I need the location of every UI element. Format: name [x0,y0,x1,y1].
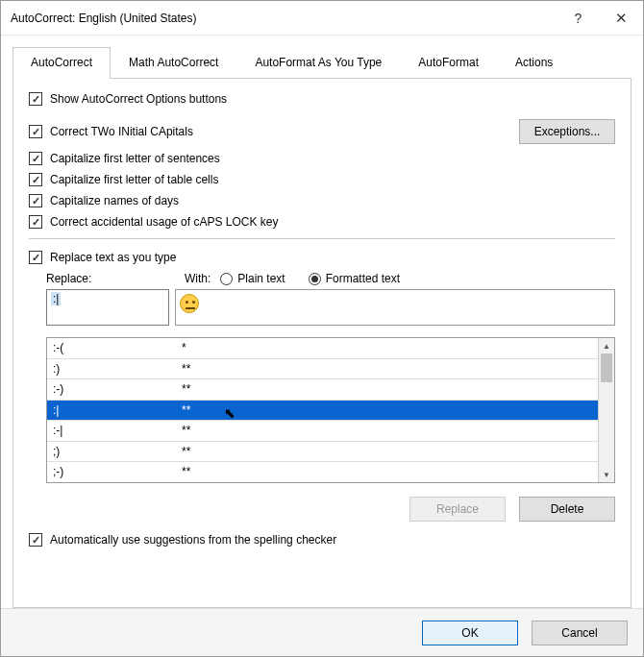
replace-input-value: :| [51,292,61,305]
scroll-down-icon[interactable]: ▼ [599,467,614,482]
checkbox-capitalize-cells[interactable]: Capitalize first letter of table cells [29,173,218,186]
ok-button[interactable]: OK [422,620,518,645]
tab-actions[interactable]: Actions [497,47,571,78]
checkbox-replace-as-you-type[interactable]: Replace text as you type [29,251,176,264]
list-item-with: ** [176,465,598,478]
with-label: With: [185,272,211,285]
button-label: Cancel [561,626,597,640]
checkbox-auto-suggestions[interactable]: Automatically use suggestions from the s… [29,533,336,547]
checkbox-label: Correct TWo INitial CApitals [50,125,193,138]
checkbox-label: Replace text as you type [50,251,176,264]
replace-label: Replace: [46,272,175,285]
radio-icon [220,273,233,285]
dialog-body: AutoCorrect Math AutoCorrect AutoFormat … [1,36,643,608]
with-input[interactable] [175,289,615,326]
checkbox-label: Automatically use suggestions from the s… [50,533,336,547]
radio-icon [309,273,321,285]
replace-button[interactable]: Replace [409,497,506,522]
checkbox-two-initial-capitals[interactable]: Correct TWo INitial CApitals [29,125,193,138]
list-item-replace: :-) [47,382,176,396]
tab-autocorrect[interactable]: AutoCorrect [12,47,111,79]
scroll-thumb[interactable] [601,353,612,382]
list-item-with: ** [176,424,598,437]
dialog-footer: OK Cancel [1,608,643,656]
scrollbar[interactable]: ▲ ▼ [598,338,614,482]
delete-button[interactable]: Delete [519,497,615,522]
list-item-replace: :) [47,362,176,376]
list-item-with: ** [176,445,598,458]
checkbox-label: Correct accidental usage of cAPS LOCK ke… [50,215,278,229]
tab-autoformat-as-you-type[interactable]: AutoFormat As You Type [236,47,400,78]
list-item-replace: ;) [47,445,176,458]
button-label: Exceptions... [534,125,601,138]
list-item[interactable]: :-|** [47,421,598,442]
list-item-replace: ;-) [47,465,176,478]
check-icon [29,125,42,138]
help-button[interactable]: ? [557,1,600,36]
exceptions-button[interactable]: Exceptions... [519,119,615,144]
checkbox-label: Capitalize first letter of sentences [50,152,220,165]
replacements-list[interactable]: :-(*:)**:-)**:|**⬉:-|**;)**;-)** ▲ ▼ [46,337,615,483]
titlebar: AutoCorrect: English (United States) ? ✕ [1,1,643,36]
list-item[interactable]: ;)** [47,442,598,463]
list-item-replace: :-( [47,341,176,354]
checkbox-show-options[interactable]: Show AutoCorrect Options buttons [29,92,227,106]
list-item-with: ** [176,362,598,376]
checkbox-caps-lock[interactable]: Correct accidental usage of cAPS LOCK ke… [29,215,278,229]
radio-label: Plain text [237,272,285,285]
check-icon [29,533,42,547]
check-icon [29,194,42,207]
list-item-with: **⬉ [176,403,598,417]
dialog-title: AutoCorrect: English (United States) [11,12,557,25]
cancel-button[interactable]: Cancel [532,620,628,645]
button-label: OK [461,626,478,640]
replace-input[interactable]: :| [46,289,169,326]
tab-autoformat[interactable]: AutoFormat [400,47,497,78]
list-item[interactable]: :-(* [47,338,598,359]
radio-plain-text[interactable]: Plain text [220,272,285,285]
tab-math-autocorrect[interactable]: Math AutoCorrect [111,47,236,78]
tab-panel: Show AutoCorrect Options buttons Correct… [12,79,632,608]
tab-strip: AutoCorrect Math AutoCorrect AutoFormat … [12,47,632,79]
checkbox-label: Capitalize names of days [50,194,179,207]
autocorrect-dialog: AutoCorrect: English (United States) ? ✕… [0,0,644,657]
check-icon [29,215,42,229]
checkbox-label: Capitalize first letter of table cells [50,173,218,186]
check-icon [29,251,42,264]
radio-formatted-text[interactable]: Formatted text [309,272,400,285]
mouse-cursor-icon: ⬉ [224,405,235,421]
list-item[interactable]: :-)** [47,379,598,401]
button-label: Delete [551,502,584,516]
neutral-face-emoji-icon [180,294,199,313]
list-item[interactable]: :)** [47,359,598,380]
check-icon [29,152,42,165]
check-icon [29,92,42,106]
checkbox-capitalize-sentences[interactable]: Capitalize first letter of sentences [29,152,220,165]
list-item-replace: :-| [47,424,176,437]
button-label: Replace [436,502,479,516]
list-item-replace: :| [47,403,176,417]
check-icon [29,173,42,186]
checkbox-label: Show AutoCorrect Options buttons [50,92,227,106]
list-item[interactable]: :|**⬉ [47,401,598,422]
close-button[interactable]: ✕ [600,1,643,36]
list-item-with: * [176,341,598,354]
section-replace: Replace text as you type Replace: With: … [29,238,615,547]
radio-label: Formatted text [326,272,400,285]
list-item-with: ** [176,382,598,396]
checkbox-capitalize-days[interactable]: Capitalize names of days [29,194,179,207]
scroll-up-icon[interactable]: ▲ [599,338,614,353]
list-item[interactable]: ;-)** [47,462,598,482]
